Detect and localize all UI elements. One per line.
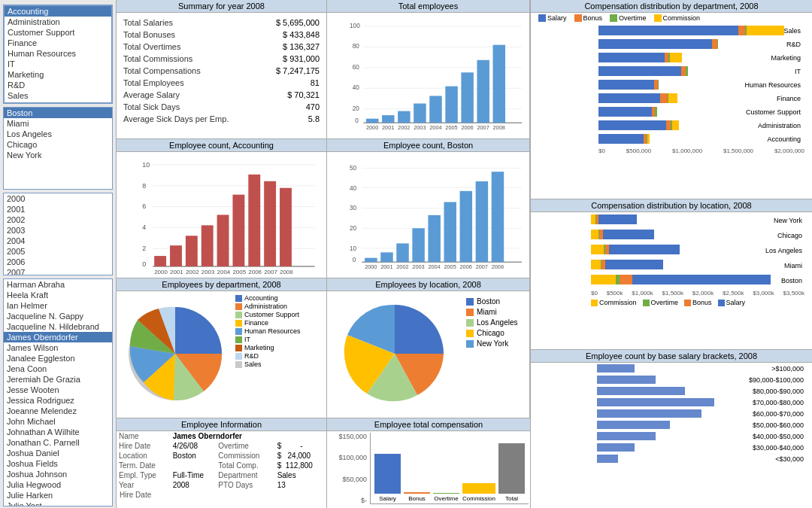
- svg-text:2008: 2008: [280, 269, 293, 275]
- emp-ian[interactable]: Ian Helmer: [4, 300, 112, 311]
- emp-johnathan[interactable]: Johnathan A Wilhite: [4, 427, 112, 437]
- empl-type-label: Empl. Type: [117, 470, 171, 480]
- svg-rect-75: [412, 228, 424, 262]
- loc-item-miami[interactable]: Miami: [4, 118, 112, 129]
- emp-comp-panel: Employee total compensation $150,000 $10…: [327, 418, 530, 508]
- svg-text:2006: 2006: [460, 263, 472, 270]
- emp-joshua-f[interactable]: Joshua Fields: [4, 458, 112, 469]
- comp-dept-bars: Sales R&D: [531, 23, 812, 157]
- y-label-150k: $150,000: [329, 433, 367, 440]
- location-listbox[interactable]: Boston Miami Los Angeles Chicago New Yor…: [3, 107, 113, 190]
- dept-item-human-resources[interactable]: Human Resources: [5, 48, 111, 59]
- svg-text:2000: 2000: [154, 269, 168, 275]
- dept-bar-accounting: Accounting: [598, 134, 804, 145]
- year-2002[interactable]: 2002: [4, 214, 112, 225]
- svg-rect-13: [382, 115, 394, 123]
- svg-rect-78: [460, 191, 472, 262]
- emp-count-accounting-svg: 10 8 6 4 2 0: [139, 156, 319, 264]
- emp-jesse[interactable]: Jesse Wooten: [4, 385, 112, 395]
- loc-item-chicago[interactable]: Chicago: [4, 139, 112, 150]
- year-2004[interactable]: 2004: [4, 236, 112, 246]
- svg-rect-49: [264, 181, 276, 266]
- bracket-90-100: $90,000-$100,000: [597, 376, 806, 385]
- emp-janalee[interactable]: Janalee Eggleston: [4, 353, 112, 364]
- bracket-50-60: $50,000-$60,000: [597, 421, 806, 430]
- svg-text:2001: 2001: [170, 269, 183, 275]
- comp-by-location-title: Compensation distribution by location, 2…: [531, 199, 812, 212]
- loc-item-new-york[interactable]: New York: [4, 150, 112, 160]
- emp-jacqueline-h[interactable]: Jacqueline N. Hildebrand: [4, 321, 112, 332]
- svg-text:40: 40: [353, 84, 360, 91]
- year-2001[interactable]: 2001: [4, 204, 112, 214]
- emp-john[interactable]: John Michael: [4, 416, 112, 427]
- charts-row2: Employee count, Accounting 10 8 6 4 2 0: [117, 139, 530, 278]
- svg-rect-20: [493, 45, 505, 123]
- department-label: Department: [216, 470, 274, 480]
- svg-rect-79: [476, 181, 488, 262]
- employee-listbox[interactable]: Harman Abraha Heela Kraft Ian Helmer Jac…: [3, 278, 113, 506]
- emp-jacqueline-g[interactable]: Jacqueline N. Gappy: [4, 311, 112, 321]
- year-label: Year: [117, 480, 171, 490]
- year-value: 2008: [171, 480, 217, 490]
- salary-brackets-bars: >$100,000 $90,000-$100,000 $80,000-$90,0…: [531, 363, 812, 467]
- emp-jena[interactable]: Jena Coon: [4, 364, 112, 374]
- emp-by-dept-chart: Employees by department, 2008: [117, 278, 327, 418]
- year-2005[interactable]: 2005: [4, 246, 112, 257]
- emp-julie-h[interactable]: Julie Harken: [4, 490, 112, 500]
- salary-brackets-panel: Employee count by base salary brackets, …: [531, 350, 812, 508]
- emp-joshua-j[interactable]: Joshua Johnson: [4, 469, 112, 479]
- dept-item-administration[interactable]: Administration: [5, 17, 111, 27]
- svg-rect-46: [217, 214, 229, 266]
- emp-jessica[interactable]: Jessica Rodriguez: [4, 395, 112, 406]
- department-listbox[interactable]: Accounting Administration Customer Suppo…: [3, 5, 113, 104]
- emp-harman[interactable]: Harman Abraha: [4, 279, 112, 290]
- summary-title: Summary for year 2008: [117, 0, 326, 13]
- svg-text:40: 40: [350, 185, 357, 192]
- loc-item-boston[interactable]: Boston: [4, 108, 112, 118]
- svg-text:2008: 2008: [493, 124, 505, 131]
- dept-item-it[interactable]: IT: [5, 59, 111, 69]
- emp-jonathan[interactable]: Jonathan C. Parnell: [4, 437, 112, 448]
- emp-james-w[interactable]: James Wilson: [4, 342, 112, 353]
- summary-value: 5.8: [261, 114, 322, 124]
- y-label-50k: $50,000: [329, 476, 367, 483]
- bar-bonus: [404, 492, 430, 494]
- bar-overtime: [433, 493, 459, 494]
- svg-text:2002: 2002: [186, 269, 199, 275]
- svg-text:2004: 2004: [428, 263, 440, 270]
- right-panels: Compensation distribution by department,…: [530, 0, 812, 508]
- emp-jeremiah[interactable]: Jeremiah De Grazia: [4, 374, 112, 385]
- year-2006[interactable]: 2006: [4, 257, 112, 267]
- svg-text:2003: 2003: [201, 269, 215, 275]
- emp-julie-y[interactable]: Julie Yost: [4, 500, 112, 506]
- emp-james-o[interactable]: James Oberndorfer: [4, 332, 112, 342]
- miami-label: Miami: [535, 260, 802, 272]
- svg-rect-48: [248, 175, 260, 266]
- emp-name-label: Name: [117, 431, 171, 441]
- svg-text:2000: 2000: [366, 124, 378, 131]
- year-listbox[interactable]: 2000 2001 2002 2003 2004 2005 2006 2007 …: [3, 193, 113, 275]
- emp-joshua-d[interactable]: Joshua Daniel: [4, 448, 112, 458]
- svg-rect-73: [380, 252, 392, 262]
- year-2003[interactable]: 2003: [4, 225, 112, 236]
- dept-item-marketing[interactable]: Marketing: [5, 69, 111, 80]
- year-2007[interactable]: 2007: [4, 267, 112, 275]
- svg-rect-43: [170, 245, 182, 266]
- bar-total: [498, 443, 525, 494]
- dept-item-sales[interactable]: Sales: [5, 90, 111, 101]
- dept-item-accounting[interactable]: Accounting: [5, 6, 111, 17]
- svg-text:6: 6: [142, 203, 146, 211]
- emp-julia[interactable]: Julia Hegwood: [4, 479, 112, 490]
- emp-heela[interactable]: Heela Kraft: [4, 290, 112, 300]
- svg-text:10: 10: [142, 161, 150, 169]
- dept-bar-finance: Finance: [598, 93, 804, 105]
- main-content: Summary for year 2008 Total Salaries$ 5,…: [117, 0, 530, 508]
- year-2000[interactable]: 2000: [4, 193, 112, 204]
- commission-label: Commission: [216, 451, 274, 461]
- loc-item-los-angeles[interactable]: Los Angeles: [4, 129, 112, 139]
- emp-joeanne[interactable]: Joeanne Melendez: [4, 406, 112, 416]
- bar-overtime-label: Overtime: [434, 495, 458, 502]
- dept-item-rd[interactable]: R&D: [5, 80, 111, 90]
- dept-item-customer-support[interactable]: Customer Support: [5, 27, 111, 38]
- dept-item-finance[interactable]: Finance: [5, 38, 111, 48]
